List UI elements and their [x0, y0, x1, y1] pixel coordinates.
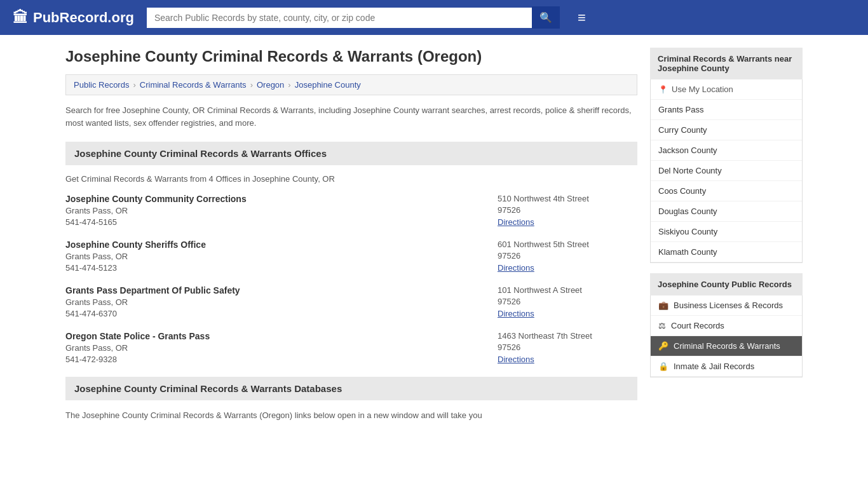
office-entry-3: Oregon State Police - Grants Pass Grants… — [65, 331, 637, 364]
logo-icon: 🏛 — [13, 9, 28, 27]
key-icon: 🔑 — [658, 341, 668, 351]
sidebar-item-coos-county[interactable]: Coos County — [651, 181, 802, 201]
court-records-label: Court Records — [671, 321, 724, 330]
sidebar: Criminal Records & Warrants near Josephi… — [650, 48, 803, 435]
sidebar-item-inmate-records[interactable]: 🔒 Inmate & Jail Records — [651, 356, 802, 377]
page-title: Josephine County Criminal Records & Warr… — [65, 48, 637, 65]
office-left-1: Josephine County Sheriffs Office Grants … — [65, 240, 206, 273]
criminal-records-label: Criminal Records & Warrants — [674, 341, 780, 351]
office-name-1: Josephine County Sheriffs Office — [65, 240, 206, 250]
office-left-3: Oregon State Police - Grants Pass Grants… — [65, 331, 210, 364]
office-phone-1: 541-474-5123 — [65, 263, 206, 273]
logo[interactable]: 🏛 PubRecord.org — [13, 9, 134, 27]
office-entry-0: Josephine County Community Corrections G… — [65, 194, 637, 227]
sidebar-item-curry-county[interactable]: Curry County — [651, 120, 802, 140]
office-address-0: 510 Northwest 4th Street — [498, 194, 637, 203]
office-right-2: 101 Northwest A Street 97526 Directions — [498, 285, 637, 318]
office-name-3: Oregon State Police - Grants Pass — [65, 331, 210, 341]
breadcrumb-sep3: › — [288, 80, 290, 90]
breadcrumb-josephine[interactable]: Josephine County — [295, 80, 361, 90]
main-content: Josephine County Criminal Records & Warr… — [65, 48, 637, 435]
page-description: Search for free Josephine County, OR Cri… — [65, 104, 637, 129]
douglas-county-link[interactable]: Douglas County — [658, 207, 717, 216]
inmate-records-label: Inmate & Jail Records — [674, 362, 754, 371]
office-city-0: Grants Pass, OR — [65, 206, 247, 215]
sidebar-item-klamath-county[interactable]: Klamath County — [651, 242, 802, 262]
office-right-3: 1463 Northeast 7th Street 97526 Directio… — [498, 331, 637, 364]
briefcase-icon: 💼 — [658, 301, 668, 310]
search-button[interactable]: 🔍 — [532, 6, 560, 29]
office-zip-2: 97526 — [498, 297, 637, 306]
curry-county-link[interactable]: Curry County — [658, 125, 707, 135]
office-entry-2: Grants Pass Department Of Public Safety … — [65, 285, 637, 318]
sidebar-item-douglas-county[interactable]: Douglas County — [651, 201, 802, 222]
office-name-0: Josephine County Community Corrections — [65, 194, 247, 204]
sidebar-item-grants-pass[interactable]: Grants Pass — [651, 100, 802, 120]
office-address-3: 1463 Northeast 7th Street — [498, 331, 637, 341]
business-licenses-label: Business Licenses & Records — [674, 301, 783, 310]
lock-icon: 🔒 — [658, 362, 668, 371]
sidebar-item-court-records[interactable]: ⚖ Court Records — [651, 316, 802, 336]
sidebar-item-use-location[interactable]: 📍 Use My Location — [651, 79, 802, 100]
breadcrumb-sep1: › — [133, 80, 135, 90]
location-pin-icon: 📍 — [658, 85, 668, 94]
databases-section-header: Josephine County Criminal Records & Warr… — [65, 377, 637, 400]
office-name-2: Grants Pass Department Of Public Safety — [65, 285, 240, 295]
office-city-1: Grants Pass, OR — [65, 252, 206, 261]
sidebar-item-jackson-county[interactable]: Jackson County — [651, 140, 802, 161]
office-zip-0: 97526 — [498, 205, 637, 215]
office-address-2: 101 Northwest A Street — [498, 285, 637, 295]
sidebar-public-records-header: Josephine County Public Records — [650, 273, 803, 295]
coos-county-link[interactable]: Coos County — [658, 186, 706, 196]
breadcrumb-criminal-records[interactable]: Criminal Records & Warrants — [140, 80, 247, 90]
sidebar-item-siskiyou-county[interactable]: Siskiyou County — [651, 222, 802, 242]
office-right-1: 601 Northwest 5th Street 97526 Direction… — [498, 240, 637, 273]
sidebar-nearby-list: 📍 Use My Location Grants Pass Curry Coun… — [650, 79, 803, 263]
use-location-label: Use My Location — [672, 85, 733, 94]
breadcrumb-sep2: › — [250, 80, 253, 90]
sidebar-nearby-header: Criminal Records & Warrants near Josephi… — [650, 48, 803, 79]
office-left-0: Josephine County Community Corrections G… — [65, 194, 247, 227]
office-phone-3: 541-472-9328 — [65, 355, 210, 364]
office-phone-0: 541-474-5165 — [65, 217, 247, 227]
office-phone-2: 541-474-6370 — [65, 309, 240, 318]
office-list: Josephine County Community Corrections G… — [65, 194, 637, 364]
grants-pass-link[interactable]: Grants Pass — [658, 105, 704, 114]
office-city-3: Grants Pass, OR — [65, 343, 210, 353]
breadcrumb-public-records[interactable]: Public Records — [74, 80, 129, 90]
office-entry-1: Josephine County Sheriffs Office Grants … — [65, 240, 637, 273]
office-zip-1: 97526 — [498, 251, 637, 261]
klamath-county-link[interactable]: Klamath County — [658, 247, 717, 257]
directions-link-3[interactable]: Directions — [498, 355, 534, 364]
office-address-1: 601 Northwest 5th Street — [498, 240, 637, 249]
offices-count: Get Criminal Records & Warrants from 4 O… — [65, 174, 637, 184]
search-icon: 🔍 — [539, 12, 552, 23]
directions-link-0[interactable]: Directions — [498, 217, 534, 227]
breadcrumb-oregon[interactable]: Oregon — [257, 80, 284, 90]
sidebar-item-criminal-records[interactable]: 🔑 Criminal Records & Warrants — [651, 336, 802, 356]
office-left-2: Grants Pass Department Of Public Safety … — [65, 285, 240, 318]
scales-icon: ⚖ — [658, 321, 666, 330]
office-right-0: 510 Northwest 4th Street 97526 Direction… — [498, 194, 637, 227]
search-area: 🔍 — [147, 6, 560, 29]
breadcrumb: Public Records › Criminal Records & Warr… — [65, 74, 637, 95]
siskiyou-county-link[interactable]: Siskiyou County — [658, 227, 717, 236]
sidebar-item-del-norte-county[interactable]: Del Norte County — [651, 161, 802, 181]
offices-section-header: Josephine County Criminal Records & Warr… — [65, 142, 637, 165]
databases-description: The Josephine County Criminal Records & … — [65, 409, 637, 422]
search-input[interactable] — [147, 8, 532, 28]
sidebar-item-business-licenses[interactable]: 💼 Business Licenses & Records — [651, 295, 802, 316]
main-container: Josephine County Criminal Records & Warr… — [53, 35, 815, 447]
header: 🏛 PubRecord.org 🔍 ≡ — [0, 0, 868, 35]
office-zip-3: 97526 — [498, 342, 637, 352]
directions-link-1[interactable]: Directions — [498, 263, 534, 273]
directions-link-2[interactable]: Directions — [498, 309, 534, 318]
logo-text: PubRecord.org — [33, 10, 134, 26]
menu-button[interactable]: ≡ — [573, 7, 591, 29]
sidebar-public-records-list: 💼 Business Licenses & Records ⚖ Court Re… — [650, 295, 803, 377]
office-city-2: Grants Pass, OR — [65, 297, 240, 307]
del-norte-link[interactable]: Del Norte County — [658, 166, 722, 175]
hamburger-icon: ≡ — [578, 10, 586, 25]
jackson-county-link[interactable]: Jackson County — [658, 146, 717, 155]
